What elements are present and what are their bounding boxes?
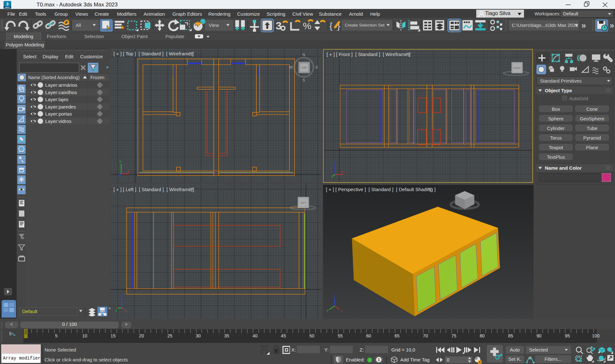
svg-text:{: { (329, 21, 332, 31)
svg-text:C:\Users\tiago...s\3ds Max 202: C:\Users\tiago...s\3ds Max 2023 (512, 23, 578, 28)
svg-text:W: W (289, 65, 293, 69)
svg-text:3: 3 (6, 2, 8, 6)
svg-text:Z: Z (120, 294, 122, 298)
svg-text:Y: Y (119, 160, 122, 164)
svg-text:N: N (303, 53, 305, 57)
svg-text:Y: Y (115, 309, 118, 313)
svg-text:Create Selection Set: Create Selection Set (345, 23, 385, 28)
svg-text:3: 3 (276, 20, 282, 32)
svg-text:»: » (610, 20, 614, 30)
svg-text:LEFT: LEFT (300, 202, 306, 204)
svg-text:All: All (76, 22, 81, 28)
svg-text:Z: Z (118, 174, 120, 177)
svg-text:%: % (303, 20, 312, 31)
svg-text:X: X (127, 170, 130, 174)
svg-text:X: X (340, 310, 343, 313)
svg-text:Z: Z (333, 160, 335, 164)
svg-text:Y: Y (331, 175, 334, 179)
svg-text:X: X (124, 310, 127, 313)
svg-text:E: E (316, 65, 318, 69)
svg-text:View: View (209, 22, 219, 28)
svg-text:TOP: TOP (302, 66, 307, 69)
svg-text:1: 1 (378, 358, 380, 362)
svg-text:»: » (581, 20, 586, 30)
svg-text:FRONT: FRONT (513, 67, 521, 69)
svg-text:S: S (303, 78, 305, 82)
svg-text:MAX: MAX (5, 6, 9, 8)
svg-text:Z: Z (333, 294, 335, 297)
svg-text:Y: Y (326, 309, 329, 313)
svg-text:X: X (341, 170, 344, 174)
